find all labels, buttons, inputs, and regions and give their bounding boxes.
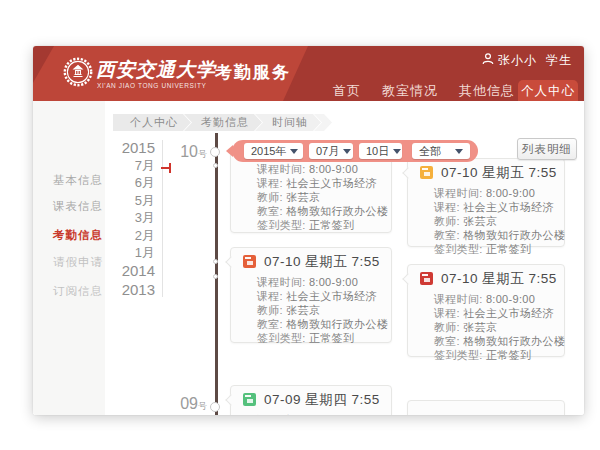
chevron-down-icon: [455, 149, 463, 154]
main-nav: 首页教室情况其他信息: [333, 80, 515, 101]
university-name: 西安交通大学: [96, 57, 216, 83]
app-title: 考勤服务: [215, 61, 291, 84]
chevron-down-icon: [343, 149, 351, 154]
card-title: 07-10 星期五 7:55: [441, 270, 557, 288]
filter-bar: 2015年 07月 10日 全部: [232, 140, 478, 162]
status-stamp-icon: [243, 393, 256, 406]
breadcrumb-item[interactable]: 时间轴: [255, 114, 321, 131]
user-name: 张小小: [498, 52, 537, 69]
year-select[interactable]: 2015年: [244, 143, 303, 159]
timeline-axis: 20157月6月5月3月2月1月20142013: [121, 138, 155, 299]
university-name-en: XI'AN JIAO TONG UNIVERSITY: [97, 82, 206, 89]
chevron-down-icon: [393, 149, 401, 154]
card-field: 课程时间: 8:00-9:00: [257, 413, 379, 415]
card-field: 教室: 格物致知行政办公楼: [434, 228, 552, 242]
sidebar-item[interactable]: 请假申请: [53, 255, 103, 270]
card-title: 07-09 星期四 7:55: [264, 391, 380, 409]
user-info[interactable]: 张小小 学生: [482, 52, 572, 69]
nav-item[interactable]: 教室情况: [382, 82, 438, 100]
card-field: 签到类型: 正常签到: [434, 348, 552, 362]
card-field: 教师: 张芸京: [434, 214, 552, 228]
card-field: 课程时间: 8:00-9:00: [257, 162, 379, 176]
card-field: 教师: 张芸京: [257, 190, 379, 204]
user-role: 学生: [546, 52, 572, 69]
app-window: 西安交通大学 XI'AN JIAO TONG UNIVERSITY 考勤服务 张…: [33, 46, 584, 415]
timeline-axis-item[interactable]: 7月: [121, 157, 155, 174]
nav-item[interactable]: 首页: [333, 82, 361, 100]
attendance-card: [407, 400, 565, 415]
breadcrumb-item[interactable]: 考勤信息: [184, 114, 262, 131]
timeline-node: [213, 163, 218, 168]
tab-personal-center[interactable]: 个人中心: [518, 80, 578, 101]
app-body: 基本信息课表信息考勤信息请假申请订阅信息 个人中心考勤信息时间轴 20157月6…: [33, 101, 584, 415]
card-field: 签到类型: 正常签到: [257, 331, 379, 345]
month-select[interactable]: 07月: [309, 143, 353, 159]
card-field: 教师: 张芸京: [434, 320, 552, 334]
card-field: 教室: 格物致知行政办公楼: [434, 334, 552, 348]
sidebar-item[interactable]: 基本信息: [53, 173, 103, 188]
attendance-card: 07-09 星期四 7:55 课程时间: 8:00-9:00课程: 社会主义市场…: [230, 385, 392, 415]
timeline-axis-item[interactable]: 2014: [121, 261, 155, 280]
status-stamp-icon: [243, 255, 256, 268]
timeline-axis-item[interactable]: 2015: [121, 138, 155, 157]
screenshot-canvas: 西安交通大学 XI'AN JIAO TONG UNIVERSITY 考勤服务 张…: [0, 0, 600, 450]
card-field: 课程: 社会主义市场经济: [434, 200, 552, 214]
timeline-axis-item[interactable]: 5月: [121, 192, 155, 209]
attendance-card: 课程时间: 8:00-9:00课程: 社会主义市场经济教师: 张芸京教室: 格物…: [230, 150, 392, 233]
sidebar-item[interactable]: 订阅信息: [53, 284, 103, 299]
current-month-marker-icon: [161, 163, 171, 173]
attendance-card: 07-10 星期五 7:55 课程时间: 8:00-9:00课程: 社会主义市场…: [407, 264, 565, 357]
card-title: 07-10 星期五 7:55: [441, 164, 557, 182]
timeline-node: [210, 402, 220, 412]
breadcrumb: 个人中心考勤信息时间轴: [113, 114, 332, 131]
timeline-node: [210, 147, 220, 157]
filter-bar-arrow-icon: [226, 145, 233, 157]
status-stamp-icon: [420, 166, 433, 179]
card-field: 课程时间: 8:00-9:00: [434, 186, 552, 200]
timeline-axis-item[interactable]: 3月: [121, 209, 155, 226]
sidebar-item[interactable]: 考勤信息: [53, 228, 103, 243]
card-field: 课程时间: 8:00-9:00: [257, 275, 379, 289]
status-stamp-icon: [420, 272, 433, 285]
user-icon: [482, 53, 494, 68]
card-field: 课程: 社会主义市场经济: [257, 289, 379, 303]
timeline-node: [213, 259, 218, 264]
timeline-day-label: 09号: [167, 395, 207, 413]
timeline-day-label: 10号: [167, 143, 207, 161]
timeline-axis-item[interactable]: 1月: [121, 244, 155, 261]
timeline-axis-item[interactable]: 2013: [121, 280, 155, 299]
sidebar-item[interactable]: 课表信息: [53, 199, 103, 214]
breadcrumb-item[interactable]: 个人中心: [113, 114, 191, 131]
day-select[interactable]: 10日: [359, 143, 402, 159]
timeline-node: [213, 274, 218, 279]
app-header: 西安交通大学 XI'AN JIAO TONG UNIVERSITY 考勤服务 张…: [33, 46, 584, 101]
nav-item[interactable]: 其他信息: [459, 82, 515, 100]
type-select[interactable]: 全部: [412, 143, 470, 159]
timeline-axis-item[interactable]: 2月: [121, 227, 155, 244]
card-field: 课程时间: 8:00-9:00: [434, 292, 552, 306]
card-field: 教室: 格物致知行政办公楼: [257, 317, 379, 331]
card-field: 签到类型: 正常签到: [434, 242, 552, 256]
card-field: 教室: 格物致知行政办公楼: [257, 204, 379, 218]
chevron-down-icon: [290, 149, 298, 154]
card-field: 签到类型: 正常签到: [257, 218, 379, 232]
card-title: 07-10 星期五 7:55: [264, 253, 380, 271]
card-field: 课程: 社会主义市场经济: [257, 176, 379, 190]
card-field: 教师: 张芸京: [257, 303, 379, 317]
card-field: 课程: 社会主义市场经济: [434, 306, 552, 320]
attendance-card: 07-10 星期五 7:55 课程时间: 8:00-9:00课程: 社会主义市场…: [230, 247, 392, 343]
list-detail-button[interactable]: 列表明细: [517, 138, 577, 160]
university-emblem-icon: [63, 57, 93, 87]
attendance-card: 07-10 星期五 7:55 课程时间: 8:00-9:00课程: 社会主义市场…: [407, 158, 565, 247]
timeline-axis-item[interactable]: 6月: [121, 174, 155, 191]
